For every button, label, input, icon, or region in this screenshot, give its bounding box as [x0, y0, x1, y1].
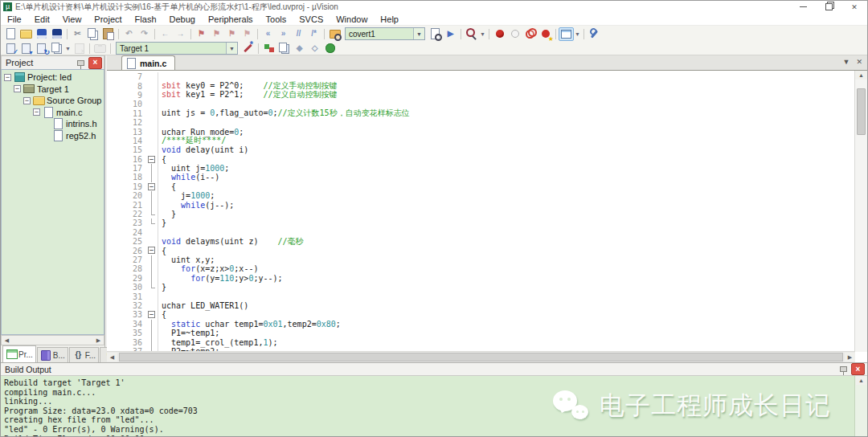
fold-margin[interactable]: −	[147, 155, 158, 164]
tree-expander-icon[interactable]: −	[4, 74, 11, 81]
window-layout-caret-icon[interactable]: ▼	[574, 31, 581, 37]
editor-vertical-scrollbar[interactable]: ▲	[854, 71, 867, 352]
close-panel-icon[interactable]	[88, 57, 102, 69]
maximize-button[interactable]	[816, 1, 841, 13]
project-horizontal-scrollbar[interactable]: ◀ ▶	[1, 335, 104, 345]
bookmark-prev-icon[interactable]: ⚑	[209, 27, 224, 41]
fold-margin[interactable]: −	[147, 182, 158, 191]
menu-flash[interactable]: Flash	[129, 14, 163, 24]
panel-tab-pr[interactable]: Pr...	[2, 345, 36, 362]
undo-icon[interactable]: ↶	[121, 27, 137, 41]
fold-margin[interactable]: −	[147, 310, 158, 319]
scrollbar-thumb[interactable]	[119, 353, 843, 361]
scroll-right-icon[interactable]: ▶	[845, 353, 855, 361]
tab-list-icon[interactable]: ▼	[843, 58, 850, 66]
nav-back-icon[interactable]: ←	[158, 27, 173, 41]
copy-icon[interactable]	[85, 27, 100, 41]
rebuild-icon[interactable]	[34, 42, 49, 55]
combo-arrow-icon[interactable]: ▼	[226, 43, 237, 54]
scrollbar-thumb[interactable]	[857, 88, 866, 135]
functions-icon[interactable]: {}	[72, 350, 84, 361]
fold-collapse-icon[interactable]: −	[148, 311, 155, 318]
indent-left-icon[interactable]: «	[260, 27, 276, 41]
panel-tab-f[interactable]: {}F...	[69, 347, 99, 362]
nav-forward-icon[interactable]: →	[173, 27, 188, 41]
tab-main-c[interactable]: main.c	[121, 55, 175, 70]
options-target-icon[interactable]	[240, 42, 256, 55]
runtime-env-icon[interactable]	[261, 42, 276, 55]
build-icon[interactable]	[18, 42, 34, 55]
configure-icon[interactable]	[587, 27, 602, 41]
menu-file[interactable]: File	[1, 14, 28, 24]
minimize-button[interactable]	[790, 1, 816, 13]
batch-build-icon[interactable]	[49, 42, 64, 55]
pack-installer-icon[interactable]	[322, 42, 338, 55]
translate-icon[interactable]	[3, 42, 18, 55]
close-panel-icon[interactable]	[851, 363, 865, 375]
tree-item-intrins-h[interactable]: intrins.h	[2, 118, 104, 130]
tree-expander-icon[interactable]: −	[14, 85, 21, 92]
menu-debug[interactable]: Debug	[163, 14, 202, 24]
tree-item-target-1[interactable]: −Target 1	[2, 84, 104, 96]
breakpoint-kill-all-icon[interactable]	[522, 27, 538, 41]
new-file-icon[interactable]	[3, 27, 18, 41]
fold-collapse-icon[interactable]: −	[148, 247, 155, 254]
scroll-up-icon[interactable]: ▲	[855, 71, 867, 80]
editor-horizontal-scrollbar[interactable]: ◀ ▶	[107, 351, 855, 362]
panel-tab-b[interactable]: B...	[37, 347, 68, 362]
file-icon[interactable]	[42, 107, 55, 117]
target-icon[interactable]	[23, 84, 35, 94]
tree-item-reg52-h[interactable]: reg52.h	[2, 130, 104, 142]
open-folder-icon[interactable]	[18, 27, 34, 41]
close-view-icon[interactable]: ✕	[856, 58, 862, 66]
batch-build-caret-icon[interactable]: ▼	[64, 46, 72, 51]
target-combo[interactable]: Target 1▼	[116, 42, 238, 55]
pin-icon[interactable]	[836, 362, 851, 376]
bookmark-next-icon[interactable]: ⚑	[224, 27, 240, 41]
text-search-icon[interactable]	[428, 27, 443, 41]
menu-peripherals[interactable]: Peripherals	[202, 14, 260, 24]
close-button[interactable]	[841, 1, 867, 13]
comment-icon[interactable]: //	[291, 27, 306, 41]
menu-edit[interactable]: Edit	[28, 14, 56, 24]
file-icon[interactable]	[51, 119, 64, 129]
project-items-icon[interactable]	[276, 42, 292, 55]
project-tab-icon[interactable]	[6, 349, 18, 360]
fold-margin[interactable]: −	[147, 246, 158, 255]
uncomment-icon[interactable]: /*	[306, 27, 321, 41]
menu-view[interactable]: View	[56, 14, 88, 24]
tree-item-project-led[interactable]: −Project: led	[2, 71, 104, 84]
indent-right-icon[interactable]: »	[276, 27, 291, 41]
help-search-icon[interactable]	[464, 27, 479, 41]
project-icon[interactable]	[13, 72, 26, 83]
scroll-left-icon[interactable]: ◀	[107, 353, 117, 361]
breakpoint-icon[interactable]	[492, 27, 507, 41]
breakpoint-disable-icon[interactable]	[507, 27, 522, 41]
menu-tools[interactable]: Tools	[260, 14, 293, 24]
search-combo[interactable]: covert1▼	[345, 27, 425, 40]
menu-project[interactable]: Project	[88, 14, 128, 24]
find-in-files-icon[interactable]	[327, 27, 342, 41]
stop-build-icon[interactable]	[72, 42, 87, 55]
save-icon[interactable]	[34, 27, 49, 41]
packs-diamond-icon[interactable]: ◆	[292, 42, 307, 55]
window-layout-icon[interactable]	[559, 27, 574, 41]
packs-diamond-alt-icon[interactable]: ◇	[307, 42, 322, 55]
bookmark-toggle-icon[interactable]: ⚑	[194, 27, 209, 41]
menu-svcs[interactable]: SVCS	[293, 14, 330, 24]
file-icon[interactable]	[51, 130, 64, 141]
combo-arrow-icon[interactable]: ▼	[413, 28, 424, 39]
fold-collapse-icon[interactable]: −	[148, 156, 155, 163]
folder-icon[interactable]	[32, 96, 45, 106]
paste-icon[interactable]	[100, 27, 116, 41]
help-search-caret-icon[interactable]: ▼	[479, 31, 486, 37]
scroll-left-icon[interactable]: ◀	[2, 336, 12, 345]
cut-icon[interactable]: ✂	[70, 27, 85, 41]
download-icon[interactable]	[92, 42, 108, 55]
tree-expander-icon[interactable]: −	[23, 97, 31, 104]
books-icon[interactable]	[40, 350, 52, 361]
incremental-search-icon[interactable]: ▶	[443, 27, 458, 41]
build-output-scrollbar[interactable]: ▲	[854, 376, 867, 437]
scroll-right-icon[interactable]: ▶	[93, 336, 104, 345]
tree-expander-icon[interactable]: −	[33, 108, 40, 116]
